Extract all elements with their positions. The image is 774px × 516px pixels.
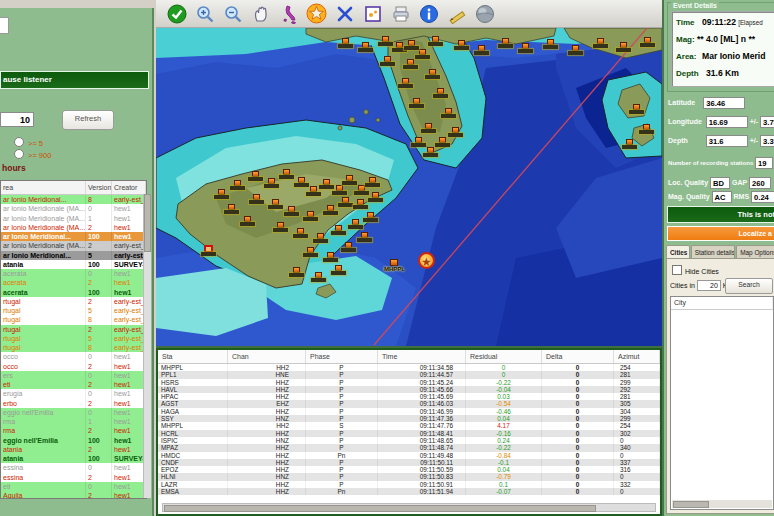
scrollbar-thumb[interactable] <box>673 501 709 508</box>
station-marker[interactable] <box>626 139 633 145</box>
mag-quality-input[interactable]: AC <box>712 191 732 203</box>
zoom-in-icon[interactable] <box>194 3 215 24</box>
event-row[interactable]: eggio nell'Emilia0hew1 <box>1 408 146 417</box>
event-row[interactable]: erugia0hew1 <box>1 389 146 398</box>
station-marker[interactable] <box>272 199 279 205</box>
station-marker[interactable] <box>315 272 322 278</box>
localize-again-button[interactable]: Localize a <box>667 226 774 241</box>
phase-row[interactable]: HLNIHNZP09:11:50.83-0.7900 <box>158 473 660 480</box>
station-marker[interactable] <box>298 177 305 183</box>
km-input[interactable]: 20 <box>697 280 721 291</box>
station-marker[interactable] <box>367 212 374 218</box>
tab-station-details[interactable]: Station details <box>691 245 735 258</box>
longitude-input[interactable]: 16.69 <box>706 116 748 128</box>
station-marker[interactable] <box>317 233 324 239</box>
station-marker[interactable] <box>415 137 422 143</box>
phase-row[interactable]: CNDFHHZP09:11:50.11-0.10337 <box>158 459 660 466</box>
selected-station-marker[interactable] <box>204 245 213 253</box>
station-marker[interactable] <box>369 177 376 183</box>
station-marker[interactable] <box>293 267 300 273</box>
station-marker[interactable] <box>310 186 317 192</box>
event-row[interactable]: acerata100hew1 <box>1 288 146 297</box>
station-marker[interactable] <box>445 108 452 114</box>
station-marker[interactable] <box>419 49 426 55</box>
longitude-error-input[interactable]: 3.75 <box>760 116 774 128</box>
station-marker[interactable] <box>252 171 259 177</box>
station-marker[interactable] <box>283 169 290 175</box>
tab-map-options[interactable]: Map Options <box>736 245 774 258</box>
this-is-not-button[interactable]: This is not <box>667 206 774 223</box>
station-marker[interactable] <box>358 185 365 191</box>
event-table-scrollbar[interactable] <box>143 194 151 498</box>
station-marker[interactable] <box>633 104 640 110</box>
phase-row[interactable]: PPL1HNEP09:11:44.5700281 <box>158 371 660 378</box>
phase-row[interactable]: HAVLHHZP09:11:45.66-0.040292 <box>158 386 660 393</box>
close-x-icon[interactable] <box>334 3 355 24</box>
event-row[interactable]: ar Ionio Meridional...5early-est_ee1.1.9 <box>1 251 146 260</box>
station-marker[interactable] <box>408 40 415 46</box>
phase-row[interactable]: HPACHHZP09:11:45.690.030281 <box>158 393 660 400</box>
event-row[interactable]: eti0hew1 <box>1 482 146 491</box>
station-marker[interactable] <box>402 78 409 84</box>
epicenter-star[interactable]: ★ <box>418 252 435 269</box>
confirm-icon[interactable] <box>166 3 187 24</box>
station-marker[interactable] <box>323 179 330 185</box>
station-marker[interactable] <box>458 40 465 46</box>
depth-input[interactable]: 31.6 <box>706 135 748 147</box>
stations-input[interactable]: 19 <box>755 157 773 169</box>
station-marker[interactable] <box>357 199 364 205</box>
event-row[interactable]: atania100SURVEY-INGV-CT <box>1 260 146 269</box>
station-marker[interactable] <box>307 247 314 253</box>
rms-input[interactable]: 0.24 <box>751 191 774 203</box>
depth-error-input[interactable]: 3.37 <box>760 135 774 147</box>
event-row[interactable]: ar Ionio Meridionale (MA...1hew1 <box>1 214 146 223</box>
clipped-input[interactable] <box>0 17 9 34</box>
station-marker[interactable] <box>384 56 391 62</box>
station-marker[interactable] <box>253 194 260 200</box>
event-row[interactable]: essina2hew1 <box>1 473 146 482</box>
event-star-icon[interactable] <box>306 3 327 24</box>
event-row[interactable]: rma2hew1 <box>1 426 146 435</box>
tab-cities[interactable]: Cities <box>666 245 690 258</box>
image-options-icon[interactable] <box>362 3 383 24</box>
station-marker[interactable] <box>352 219 359 225</box>
seismic-map[interactable]: MHPPL ★ <box>156 28 662 346</box>
italy-extent-icon[interactable] <box>278 3 299 24</box>
event-row[interactable]: occo2hew1 <box>1 362 146 371</box>
phase-row[interactable]: ISPICHNZP09:11:48.650.2400 <box>158 437 660 444</box>
latitude-input[interactable]: 36.46 <box>703 97 745 109</box>
phase-row[interactable]: MHPPLHH2S09:11:47.764.170254 <box>158 422 660 429</box>
station-marker[interactable] <box>439 137 446 143</box>
station-marker[interactable] <box>396 42 403 48</box>
hide-cities-checkbox[interactable]: Hide Cities <box>672 265 719 276</box>
info-icon[interactable] <box>418 3 439 24</box>
station-marker[interactable] <box>218 189 225 195</box>
event-row[interactable]: ar Ionio Meridional...8early-est_ee1.2.1 <box>1 195 146 204</box>
event-row[interactable]: acerata0hew1 <box>1 269 146 278</box>
station-marker[interactable] <box>361 232 368 238</box>
measure-icon[interactable] <box>446 3 467 24</box>
refresh-button[interactable]: Refresh <box>62 110 114 130</box>
scrollbar-thumb[interactable] <box>164 505 596 512</box>
station-marker[interactable] <box>597 38 604 44</box>
magnitude-filter-radio-2[interactable]: >= 900 <box>14 149 51 159</box>
event-row[interactable]: atania100SURVEY-INGV-CT <box>1 454 146 463</box>
event-count-input[interactable]: 10 <box>0 112 34 127</box>
phase-row[interactable]: HMDCHHZPn09:11:49.48-0.8400 <box>158 452 660 459</box>
station-marker[interactable] <box>547 39 554 45</box>
phase-row[interactable]: EMSAHHZPn09:11:51.94-0.0700 <box>158 488 660 495</box>
event-row[interactable]: erbo2hew1 <box>1 399 146 408</box>
phase-row[interactable]: MPAZHHZP09:11:48.74-0.220340 <box>158 444 660 451</box>
station-marker[interactable] <box>336 185 343 191</box>
phase-row[interactable]: EPOZHHZP09:11:50.590.040316 <box>158 466 660 473</box>
station-marker[interactable] <box>382 36 389 42</box>
event-row[interactable]: occo0hew1 <box>1 352 146 361</box>
event-row[interactable]: rtugal5early-est_ee1.1.9 <box>1 334 146 343</box>
station-marker[interactable] <box>327 252 334 258</box>
phase-row[interactable]: LAZRHHZP09:11:50.910.10332 <box>158 481 660 488</box>
event-row[interactable]: rtugal8early-est_ee1.1.9 <box>1 343 146 352</box>
city-list-scrollbar[interactable] <box>672 500 772 508</box>
event-row[interactable]: ar Ionio Meridionale (MA...0hew1 <box>1 204 146 213</box>
phase-row[interactable]: HCRLHHZP09:11:48.41-0.160302 <box>158 430 660 437</box>
station-marker[interactable] <box>327 205 334 211</box>
